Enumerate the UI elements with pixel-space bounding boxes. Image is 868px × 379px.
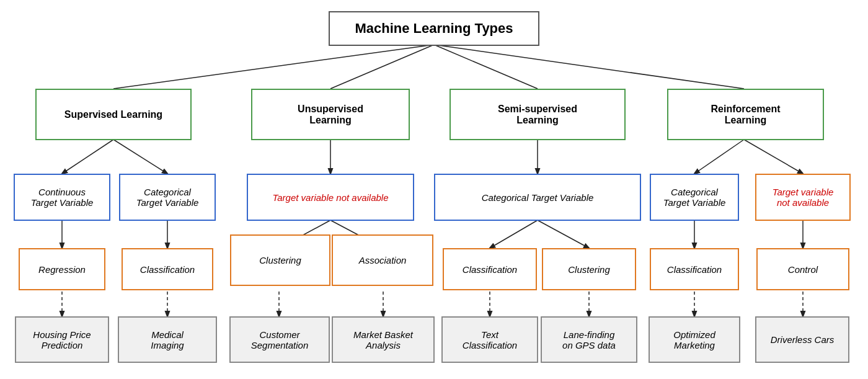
continuous-node: ContinuousTarget Variable: [14, 174, 110, 221]
control-node: Control: [756, 248, 849, 290]
lane-finding-label: Lane-findingon GPS data: [562, 329, 616, 350]
categorical-semi-node: Categorical Target Variable: [434, 174, 641, 221]
categorical-semi-label: Categorical Target Variable: [482, 192, 594, 203]
driverless-node: Driverless Cars: [755, 316, 849, 363]
supervised-node: Supervised Learning: [35, 89, 192, 140]
clustering-unsup-label: Clustering: [259, 255, 301, 265]
classification-semi-node: Classification: [443, 248, 537, 290]
housing-node: Housing PricePrediction: [15, 316, 109, 363]
svg-line-0: [113, 45, 434, 89]
svg-line-3: [434, 45, 744, 89]
clustering-semi-node: Clustering: [542, 248, 636, 290]
root-label: Machine Learning Types: [355, 20, 513, 37]
categorical-sup-label: CategoricalTarget Variable: [136, 187, 199, 208]
svg-line-5: [113, 140, 167, 174]
medical-label: MedicalImaging: [151, 329, 184, 350]
svg-line-9: [744, 140, 803, 174]
association-node: Association: [332, 234, 433, 286]
customer-seg-node: CustomerSegmentation: [229, 316, 330, 363]
market-basket-label: Market BasketAnalysis: [353, 329, 413, 350]
svg-line-4: [62, 140, 113, 174]
opt-marketing-node: OptimizedMarketing: [649, 316, 740, 363]
classification-reinf-label: Classification: [667, 264, 722, 275]
reinforcement-label: Reinforcement Learning: [711, 104, 780, 126]
medical-node: MedicalImaging: [118, 316, 217, 363]
continuous-label: ContinuousTarget Variable: [31, 187, 94, 208]
root-node: Machine Learning Types: [329, 11, 539, 46]
regression-label: Regression: [38, 264, 86, 275]
text-class-node: TextClassification: [441, 316, 538, 363]
target-not-avail-reinf-label: Target variablenot available: [773, 187, 834, 208]
text-class-label: TextClassification: [463, 329, 517, 350]
clustering-unsup-node: Clustering: [230, 234, 330, 286]
semi-node: Semi-supervisedLearning: [450, 89, 626, 140]
housing-label: Housing PricePrediction: [33, 329, 91, 350]
svg-line-15: [538, 220, 589, 248]
classification-semi-label: Classification: [463, 264, 517, 275]
categorical-sup-node: CategoricalTarget Variable: [119, 174, 216, 221]
classification-sup-node: Classification: [122, 248, 213, 290]
unsupervised-label: Unsupervised Learning: [298, 104, 363, 126]
classification-reinf-node: Classification: [650, 248, 739, 290]
semi-label: Semi-supervisedLearning: [498, 104, 577, 126]
clustering-semi-label: Clustering: [568, 264, 610, 275]
driverless-label: Driverless Cars: [771, 334, 835, 345]
unsupervised-node: Unsupervised Learning: [251, 89, 410, 140]
classification-sup-label: Classification: [140, 264, 195, 275]
target-not-avail-reinf-node: Target variablenot available: [755, 174, 851, 221]
opt-marketing-label: OptimizedMarketing: [673, 329, 715, 350]
regression-node: Regression: [19, 248, 105, 290]
customer-seg-label: CustomerSegmentation: [251, 329, 309, 350]
svg-line-8: [694, 140, 744, 174]
svg-line-1: [330, 45, 434, 89]
categorical-reinf-node: CategoricalTarget Variable: [650, 174, 739, 221]
categorical-reinf-label: CategoricalTarget Variable: [663, 187, 726, 208]
target-not-avail-node: Target variable not available: [247, 174, 414, 221]
market-basket-node: Market BasketAnalysis: [332, 316, 435, 363]
supervised-label: Supervised Learning: [64, 109, 162, 120]
svg-line-14: [490, 220, 538, 248]
control-label: Control: [788, 264, 818, 275]
reinforcement-node: Reinforcement Learning: [667, 89, 824, 140]
diagram: Machine Learning Types Supervised Learni…: [0, 0, 868, 379]
svg-line-2: [434, 45, 538, 89]
target-not-avail-label: Target variable not available: [272, 192, 388, 203]
association-label: Association: [359, 255, 407, 265]
lane-finding-node: Lane-findingon GPS data: [541, 316, 637, 363]
